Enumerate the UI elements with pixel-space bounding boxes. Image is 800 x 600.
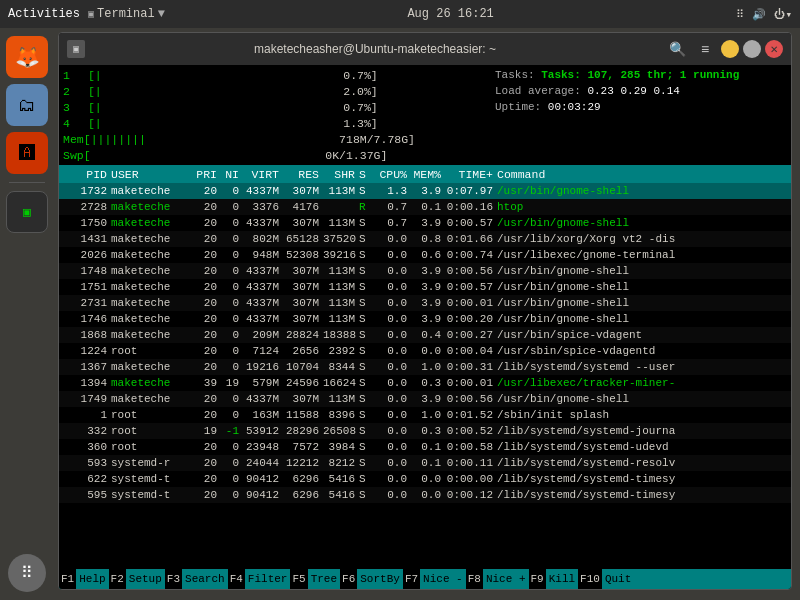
fn-label-0: Help [76,569,108,589]
cell-cmd: /usr/libexec/gnome-terminal [497,249,789,261]
table-row[interactable]: 595 systemd-t 20 0 90412 6296 5416 S 0.0… [59,487,791,503]
close-button[interactable]: ✕ [765,40,783,58]
taskbar-software[interactable]: 🅰 [6,132,48,174]
cell-ni: 0 [219,361,241,373]
table-row[interactable]: 1 root 20 0 163M 11588 8396 S 0.0 1.0 0:… [59,407,791,423]
table-row[interactable]: 1749 maketeche 20 0 4337M 307M 113M S 0.… [59,391,791,407]
cell-pri: 20 [191,201,219,213]
cell-cmd: /usr/bin/gnome-shell [497,281,789,293]
header-mem: MEM% [411,168,445,181]
cell-mem: 3.9 [411,313,445,325]
table-row[interactable]: 1394 maketeche 39 19 579M 24596 16624 S … [59,375,791,391]
taskbar-terminal[interactable]: ▣ [6,191,48,233]
volume-icon[interactable]: 🔊 [752,8,766,21]
table-row[interactable]: 332 root 19 -1 53912 28296 26508 S 0.0 0… [59,423,791,439]
table-row[interactable]: 2026 maketeche 20 0 948M 52308 39216 S 0… [59,247,791,263]
cell-cmd: /usr/bin/gnome-shell [497,185,789,197]
table-row[interactable]: 1224 root 20 0 7124 2656 2392 S 0.0 0.0 … [59,343,791,359]
uptime-row: Uptime: 00:03:29 [495,99,787,115]
cell-ni: 0 [219,185,241,197]
cell-pid: 1732 [61,185,111,197]
cell-pid: 2731 [61,297,111,309]
cell-mem: 3.9 [411,297,445,309]
cell-mem: 0.8 [411,233,445,245]
cell-pri: 20 [191,313,219,325]
cell-s: R [359,201,373,213]
cell-mem: 3.9 [411,281,445,293]
taskbar-apps-button[interactable]: ⠿ [8,554,46,592]
fn-key-f8[interactable]: F8Nice + [466,569,529,589]
cell-mem: 0.1 [411,441,445,453]
cell-mem: 1.0 [411,409,445,421]
fn-key-f3[interactable]: F3Search [165,569,228,589]
cell-mem: 0.3 [411,425,445,437]
cell-time: 0:00.52 [445,425,497,437]
header-virt: VIRT [241,168,283,181]
cell-shr: 113M [323,281,359,293]
cell-cmd: /sbin/init splash [497,409,789,421]
network-icon[interactable]: ⠿ [736,8,744,21]
fn-key-f2[interactable]: F2Setup [109,569,165,589]
maximize-button[interactable] [743,40,761,58]
cell-res: 12212 [283,457,323,469]
cell-pri: 20 [191,265,219,277]
power-icon[interactable]: ⏻▾ [774,8,792,21]
fn-key-f1[interactable]: F1Help [59,569,109,589]
cell-time: 0:00.27 [445,329,497,341]
table-row[interactable]: 1367 maketeche 20 0 19216 10704 8344 S 0… [59,359,791,375]
table-row[interactable]: 622 systemd-t 20 0 90412 6296 5416 S 0.0… [59,471,791,487]
table-row[interactable]: 593 systemd-r 20 0 24044 12212 8212 S 0.… [59,455,791,471]
cell-cmd: /usr/bin/gnome-shell [497,393,789,405]
cell-shr: 2392 [323,345,359,357]
menu-button[interactable]: ≡ [693,37,717,61]
cell-res: 52308 [283,249,323,261]
taskbar-firefox[interactable]: 🦊 [6,36,48,78]
cell-shr: 8344 [323,361,359,373]
cell-cpu: 0.7 [373,201,411,213]
table-row[interactable]: 1732 maketeche 20 0 4337M 307M 113M S 1.… [59,183,791,199]
cell-s: S [359,425,373,437]
cell-virt: 4337M [241,297,283,309]
cell-virt: 4337M [241,281,283,293]
cell-ni: 0 [219,393,241,405]
fn-key-f6[interactable]: F6SortBy [340,569,403,589]
table-row[interactable]: 1431 maketeche 20 0 802M 65128 37520 S 0… [59,231,791,247]
fn-key-f10[interactable]: F10Quit [578,569,634,589]
cell-cmd: /lib/systemd/systemd-timesy [497,473,789,485]
cell-mem: 0.3 [411,377,445,389]
cell-mem: 3.9 [411,265,445,277]
table-row[interactable]: 1746 maketeche 20 0 4337M 307M 113M S 0.… [59,311,791,327]
fn-key-f7[interactable]: F7Nice - [403,569,466,589]
cell-ni: 0 [219,233,241,245]
top-bar-left: Activities ▣ Terminal ▼ [8,7,165,21]
cell-shr: 8212 [323,457,359,469]
fn-label-5: SortBy [357,569,403,589]
table-row[interactable]: 2728 maketeche 20 0 3376 4176 R 0.7 0.1 … [59,199,791,215]
taskbar-files[interactable]: 🗂 [6,84,48,126]
cell-cmd: htop [497,201,789,213]
cell-ni: 0 [219,329,241,341]
cell-pri: 20 [191,409,219,421]
table-row[interactable]: 360 root 20 0 23948 7572 3984 S 0.0 0.1 … [59,439,791,455]
fn-key-f5[interactable]: F5Tree [290,569,340,589]
cell-cpu: 0.0 [373,377,411,389]
fn-num-4: F5 [290,569,307,589]
cell-time: 0:00.12 [445,489,497,501]
cell-virt: 4337M [241,313,283,325]
table-row[interactable]: 1750 maketeche 20 0 4337M 307M 113M S 0.… [59,215,791,231]
table-row[interactable]: 2731 maketeche 20 0 4337M 307M 113M S 0.… [59,295,791,311]
search-button[interactable]: 🔍 [665,37,689,61]
activities-label[interactable]: Activities [8,7,80,21]
table-row[interactable]: 1748 maketeche 20 0 4337M 307M 113M S 0.… [59,263,791,279]
cell-res: 307M [283,313,323,325]
minimize-button[interactable] [721,40,739,58]
table-row[interactable]: 1751 maketeche 20 0 4337M 307M 113M S 0.… [59,279,791,295]
cell-ni: 0 [219,345,241,357]
cell-user: root [111,425,191,437]
fn-key-f9[interactable]: F9Kill [529,569,579,589]
table-row[interactable]: 1868 maketeche 20 0 209M 28824 18388 S 0… [59,327,791,343]
cell-res: 10704 [283,361,323,373]
fn-key-f4[interactable]: F4Filter [228,569,291,589]
cell-res: 11588 [283,409,323,421]
fn-num-9: F10 [578,569,602,589]
